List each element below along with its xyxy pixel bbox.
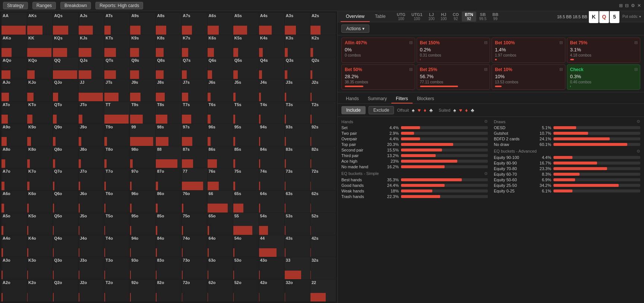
matrix-cell-t9o[interactable]: T9o	[104, 124, 130, 146]
matrix-cell-64s[interactable]: 64s	[259, 191, 284, 213]
matrix-cell-94s[interactable]: 94s	[259, 124, 284, 146]
matrix-cell-a5s[interactable]: A5s	[233, 13, 259, 35]
matrix-cell-76s[interactable]: 76s	[208, 168, 233, 190]
matrix-cell-t7o[interactable]: T7o	[104, 168, 130, 190]
matrix-cell-t8s[interactable]: T8s	[156, 102, 181, 124]
matrix-cell-95s[interactable]: 95s	[233, 124, 259, 146]
matrix-cell-j2o[interactable]: J2o	[79, 280, 104, 302]
matrix-cell-j8o[interactable]: J8o	[79, 146, 104, 168]
matrix-cell-kk[interactable]: KK	[27, 35, 53, 57]
matrix-cell-86s[interactable]: 86s	[208, 146, 233, 168]
matrix-cell-kts[interactable]: KTs	[104, 35, 130, 57]
matrix-cell-92o[interactable]: 92o	[130, 280, 155, 302]
action-box-7[interactable]: ⊟ Check 0.3% 0.46 combos	[567, 64, 641, 90]
matrix-cell-kjo[interactable]: KJo	[27, 79, 53, 101]
matrix-cell-j9o[interactable]: J9o	[79, 124, 104, 146]
matrix-cell-aqs[interactable]: AQs	[53, 13, 78, 35]
matrix-cell-t6o[interactable]: T6o	[104, 191, 130, 213]
matrix-cell-j4o[interactable]: J4o	[79, 235, 104, 257]
matrix-cell-66[interactable]: 66	[208, 191, 233, 213]
matrix-cell-t3o[interactable]: T3o	[104, 257, 130, 279]
matrix-cell-75o[interactable]: 75o	[182, 213, 207, 235]
matrix-cell-84o[interactable]: 84o	[156, 235, 181, 257]
matrix-cell-a2o[interactable]: A2o	[1, 280, 27, 302]
matrix-cell-a8s[interactable]: A8s	[156, 13, 181, 35]
exclude-button[interactable]: Exclude	[369, 106, 394, 114]
icon-grid[interactable]: ⊞	[619, 3, 623, 8]
matrix-cell-t2o[interactable]: T2o	[104, 280, 130, 302]
icon-settings[interactable]: ⚙	[631, 3, 635, 8]
matrix-cell-q6o[interactable]: Q6o	[53, 191, 78, 213]
matrix-cell-q9s[interactable]: Q9s	[130, 57, 155, 79]
matrix-cell-88[interactable]: 88	[156, 146, 181, 168]
position-sb[interactable]: SB99.5	[476, 12, 489, 22]
matrix-cell-kqo[interactable]: KQo	[27, 57, 53, 79]
matrix-cell-t7s[interactable]: T7s	[182, 102, 207, 124]
action-box-3[interactable]: ⊟ Bet 75% 3.1% 4.18 combos	[567, 38, 641, 63]
matrix-cell-j7o[interactable]: J7o	[79, 168, 104, 190]
matrix-cell-k6o[interactable]: K6o	[27, 191, 53, 213]
matrix-cell-73o[interactable]: 73o	[182, 257, 207, 279]
matrix-cell-qjo[interactable]: QJo	[53, 79, 78, 101]
matrix-cell-73s[interactable]: 73s	[285, 168, 310, 190]
matrix-cell-j3o[interactable]: J3o	[79, 257, 104, 279]
matrix-cell-a8o[interactable]: A8o	[1, 146, 27, 168]
matrix-cell-aks[interactable]: AKs	[27, 13, 53, 35]
matrix-cell-k2o[interactable]: K2o	[27, 280, 53, 302]
matrix-cell-82s[interactable]: 82s	[310, 146, 336, 168]
matrix-cell-k2s[interactable]: K2s	[310, 35, 336, 57]
matrix-cell-93o[interactable]: 93o	[130, 257, 155, 279]
matrix-cell-63o[interactable]: 63o	[208, 257, 233, 279]
matrix-cell-kqs[interactable]: KQs	[53, 35, 78, 57]
matrix-cell-t9s[interactable]: T9s	[130, 102, 155, 124]
matrix-cell-93s[interactable]: 93s	[285, 124, 310, 146]
matrix-cell-q5o[interactable]: Q5o	[53, 213, 78, 235]
matrix-cell-k7o[interactable]: K7o	[27, 168, 53, 190]
matrix-cell-j8s[interactable]: J8s	[156, 79, 181, 101]
matrix-cell-96o[interactable]: 96o	[130, 191, 155, 213]
matrix-cell-76o[interactable]: 76o	[182, 191, 207, 213]
matrix-cell-86o[interactable]: 86o	[156, 191, 181, 213]
matrix-cell-k7s[interactable]: K7s	[182, 35, 207, 57]
matrix-cell-q3o[interactable]: Q3o	[53, 257, 78, 279]
matrix-cell-ajs[interactable]: AJs	[79, 13, 104, 35]
matrix-cell-j5s[interactable]: J5s	[233, 79, 259, 101]
matrix-cell-q7o[interactable]: Q7o	[53, 168, 78, 190]
matrix-cell-65o[interactable]: 65o	[208, 213, 233, 235]
matrix-cell-74o[interactable]: 74o	[182, 235, 207, 257]
matrix-cell-85s[interactable]: 85s	[233, 146, 259, 168]
matrix-cell-53s[interactable]: 53s	[285, 213, 310, 235]
sub-tab-blockers[interactable]: Blockers	[413, 95, 439, 103]
matrix-cell-83o[interactable]: 83o	[156, 257, 181, 279]
matrix-cell-55[interactable]: 55	[233, 213, 259, 235]
matrix-cell-85o[interactable]: 85o	[156, 213, 181, 235]
matrix-cell-44[interactable]: 44	[259, 235, 284, 257]
strategy-button[interactable]: Strategy	[3, 2, 28, 9]
matrix-cell-42o[interactable]: 42o	[259, 280, 284, 302]
matrix-cell-q7s[interactable]: Q7s	[182, 57, 207, 79]
matrix-cell-t8o[interactable]: T8o	[104, 146, 130, 168]
matrix-cell-a6s[interactable]: A6s	[208, 13, 233, 35]
matrix-cell-k3o[interactable]: K3o	[27, 257, 53, 279]
matrix-cell-a5o[interactable]: A5o	[1, 213, 27, 235]
position-utg1[interactable]: UTG1100	[408, 12, 425, 22]
icon-close[interactable]: ✕	[637, 3, 641, 8]
matrix-cell-tt[interactable]: TT	[104, 102, 130, 124]
matrix-cell-98o[interactable]: 98o	[130, 146, 155, 168]
matrix-cell-64o[interactable]: 64o	[208, 235, 233, 257]
matrix-cell-72s[interactable]: 72s	[310, 168, 336, 190]
matrix-cell-j7s[interactable]: J7s	[182, 79, 207, 101]
matrix-cell-k4s[interactable]: K4s	[259, 35, 284, 57]
matrix-cell-33[interactable]: 33	[285, 257, 310, 279]
suited-spades-icon[interactable]: ♠	[453, 107, 456, 113]
action-box-1[interactable]: ⊟ Bet 150% 0.2% 0.31 combos	[417, 38, 490, 63]
matrix-cell-t5s[interactable]: T5s	[233, 102, 259, 124]
sub-tab-hands[interactable]: Hands	[341, 95, 363, 103]
matrix-cell-43o[interactable]: 43o	[259, 257, 284, 279]
offsuit-clubs-icon[interactable]: ♣	[429, 107, 433, 113]
matrix-cell-q2s[interactable]: Q2s	[310, 57, 336, 79]
matrix-cell-j2s[interactable]: J2s	[310, 79, 336, 101]
matrix-cell-54s[interactable]: 54s	[259, 213, 284, 235]
matrix-cell-k9s[interactable]: K9s	[130, 35, 155, 57]
matrix-cell-ats[interactable]: ATs	[104, 13, 130, 35]
